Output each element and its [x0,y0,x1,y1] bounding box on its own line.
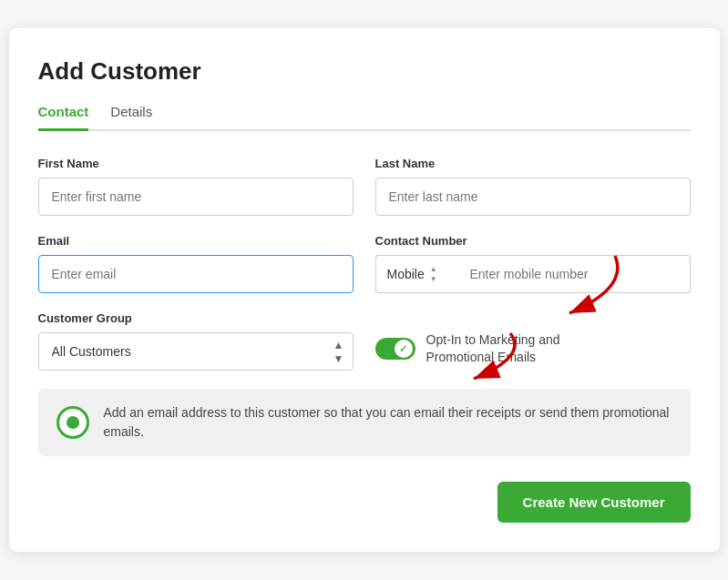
contact-number-input-wrap: Mobile ▲ ▼ [375,255,691,293]
form-footer: Create New Customer [38,482,691,523]
name-row: First Name Last Name [38,157,691,216]
email-label: Email [38,234,354,248]
last-name-input[interactable] [375,178,691,216]
group-optin-row: Customer Group All Customers VIP Wholesa… [38,311,691,371]
first-name-input[interactable] [38,178,354,216]
info-icon [56,406,89,439]
add-customer-card: Add Customer Contact Details First Name … [9,28,720,552]
last-name-group: Last Name [375,157,691,216]
first-name-group: First Name [38,157,354,216]
contact-number-group: Contact Number Mobile ▲ ▼ [375,234,691,293]
customer-group-group: Customer Group All Customers VIP Wholesa… [38,311,354,371]
create-customer-button[interactable]: Create New Customer [497,482,691,523]
email-group: Email [38,234,354,293]
customer-group-select[interactable]: All Customers VIP Wholesale [38,332,354,371]
page-title: Add Customer [38,57,691,86]
opt-in-toggle[interactable]: ✓ [375,338,415,360]
toggle-knob: ✓ [395,340,413,358]
opt-in-group: ✓ Opt-In to Marketing andPromotional Ema… [375,311,691,371]
tab-contact[interactable]: Contact [38,104,89,131]
info-banner: Add an email address to this customer so… [38,389,691,456]
email-contact-row: Email Contact Number Mobile ▲ ▼ [38,234,691,293]
opt-in-row: ✓ Opt-In to Marketing andPromotional Ema… [375,331,691,367]
info-banner-text: Add an email address to this customer so… [104,403,672,442]
mobile-select-wrap: Mobile ▲ ▼ [375,255,457,293]
last-name-label: Last Name [375,157,691,170]
first-name-label: First Name [38,157,354,170]
spinner-down[interactable]: ▼ [428,275,439,284]
tab-bar: Contact Details [38,104,691,131]
customer-group-select-wrap: All Customers VIP Wholesale ▲ ▼ [38,332,354,371]
info-icon-inner [67,416,79,429]
customer-group-label: Customer Group [38,311,354,325]
contact-number-label: Contact Number [375,234,691,248]
mobile-number-input[interactable] [457,255,691,293]
mobile-spinner[interactable]: ▲ ▼ [428,265,439,284]
mobile-label: Mobile [387,267,425,281]
opt-in-label: Opt-In to Marketing andPromotional Email… [426,331,560,367]
toggle-check-icon: ✓ [399,343,407,355]
spinner-up[interactable]: ▲ [428,265,439,274]
email-input[interactable] [38,255,354,293]
tab-details[interactable]: Details [110,104,152,131]
